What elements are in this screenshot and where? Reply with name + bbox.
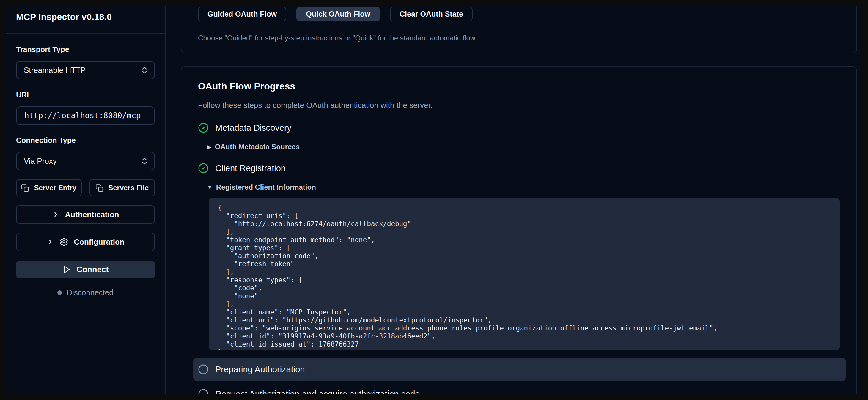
server-entry-label: Server Entry <box>34 184 76 192</box>
pending-circle-icon <box>198 364 209 375</box>
app-title: MCP Inspector v0.18.0 <box>6 6 165 34</box>
server-entry-button[interactable]: Server Entry <box>16 179 82 196</box>
oauth-toolbar-card: Guided OAuth Flow Quick OAuth Flow Clear… <box>181 6 857 54</box>
registered-client-json-block[interactable]: { "redirect_uris": [ "http://localhost:6… <box>209 198 840 350</box>
oauth-progress-subtitle: Follow these steps to complete OAuth aut… <box>198 101 840 110</box>
registered-client-info-toggle[interactable]: ▼ Registered Client Information <box>207 183 840 191</box>
chevrons-up-down-icon <box>140 157 149 165</box>
configuration-label: Configuration <box>74 238 124 247</box>
step-label: Client Registration <box>215 163 286 173</box>
oauth-flow-buttons: Guided OAuth Flow Quick OAuth Flow Clear… <box>198 6 840 21</box>
copy-icon <box>21 184 29 192</box>
triangle-right-icon: ▶ <box>207 144 211 150</box>
oauth-progress-title: OAuth Flow Progress <box>198 81 840 92</box>
status-dot-icon <box>57 290 62 295</box>
check-circle-icon <box>198 122 209 133</box>
step-request-authorization: Request Authorization and acquire author… <box>198 389 840 394</box>
oauth-metadata-sources-label: OAuth Metadata Sources <box>215 143 300 151</box>
check-circle-icon <box>198 163 209 174</box>
oauth-flow-hint: Choose "Guided" for step-by-step instruc… <box>198 34 840 42</box>
step-label: Metadata Discovery <box>215 123 291 133</box>
quick-oauth-flow-button[interactable]: Quick OAuth Flow <box>297 6 380 21</box>
connect-label: Connect <box>77 265 109 274</box>
authentication-label: Authentication <box>65 210 119 219</box>
oauth-steps: Metadata Discovery ▶ OAuth Metadata Sour… <box>198 122 840 394</box>
oauth-metadata-sources-toggle[interactable]: ▶ OAuth Metadata Sources <box>207 143 840 151</box>
step-label: Preparing Authorization <box>215 365 305 374</box>
transport-type-select[interactable]: Streamable HTTP <box>16 61 155 79</box>
step-metadata-discovery: Metadata Discovery <box>198 122 840 133</box>
step-label: Request Authorization and acquire author… <box>215 389 420 394</box>
connect-button[interactable]: Connect <box>16 260 155 278</box>
connection-type-label: Connection Type <box>16 136 155 145</box>
triangle-down-icon: ▼ <box>207 184 213 190</box>
transport-type-value: Streamable HTTP <box>24 66 86 75</box>
copy-buttons-row: Server Entry Servers File <box>16 179 155 196</box>
chevron-right-icon <box>52 211 60 218</box>
servers-file-button[interactable]: Servers File <box>90 179 155 196</box>
configuration-toggle-button[interactable]: Configuration <box>16 233 155 251</box>
step-client-registration: Client Registration <box>198 163 840 174</box>
sidebar: MCP Inspector v0.18.0 Transport Type Str… <box>6 6 165 394</box>
pending-circle-icon <box>198 389 209 394</box>
main-content: Guided OAuth Flow Quick OAuth Flow Clear… <box>165 6 862 394</box>
clear-oauth-state-button[interactable]: Clear OAuth State <box>390 6 473 21</box>
registered-client-json: { "redirect_uris": [ "http://localhost:6… <box>218 204 831 350</box>
chevrons-up-down-icon <box>140 66 149 74</box>
url-label: URL <box>16 91 155 99</box>
connection-type-value: Via Proxy <box>24 157 57 166</box>
connection-status: Disconnected <box>16 288 155 297</box>
gear-icon <box>59 238 68 246</box>
mcp-inspector-app: MCP Inspector v0.18.0 Transport Type Str… <box>6 6 862 394</box>
step-preparing-authorization: Preparing Authorization <box>193 358 846 381</box>
oauth-flow-progress-card: OAuth Flow Progress Follow these steps t… <box>181 66 857 394</box>
status-text: Disconnected <box>67 288 114 297</box>
transport-type-label: Transport Type <box>16 45 155 54</box>
play-icon <box>62 266 71 274</box>
servers-file-label: Servers File <box>108 184 149 192</box>
copy-icon <box>95 184 103 192</box>
guided-oauth-flow-button[interactable]: Guided OAuth Flow <box>198 6 286 21</box>
url-input[interactable] <box>16 106 155 125</box>
registered-client-info-label: Registered Client Information <box>216 183 316 191</box>
authentication-toggle-button[interactable]: Authentication <box>16 205 155 224</box>
connection-type-select[interactable]: Via Proxy <box>16 152 155 170</box>
screenshot-frame: MCP Inspector v0.18.0 Transport Type Str… <box>0 0 868 400</box>
chevron-right-icon <box>46 238 54 246</box>
